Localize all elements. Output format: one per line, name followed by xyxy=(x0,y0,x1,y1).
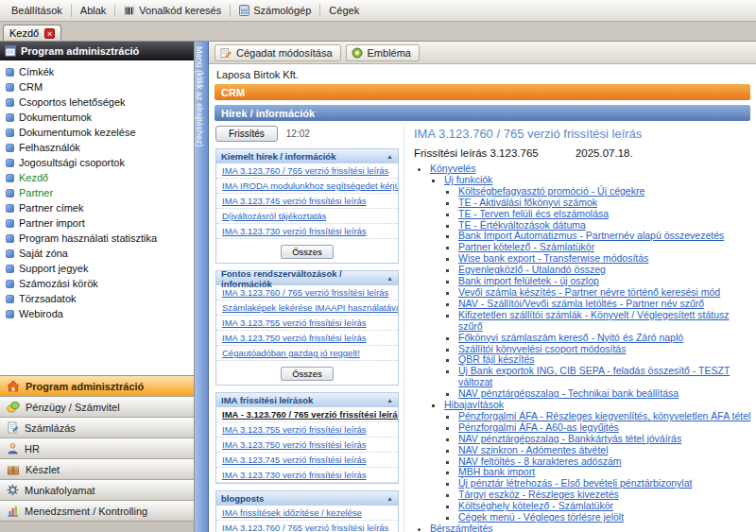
sidebar-item[interactable]: Dokumentumok kezelése xyxy=(2,125,192,140)
article-link[interactable]: MBH bank import xyxy=(458,466,535,477)
nav-panel-program-administration[interactable]: Program adminisztráció xyxy=(0,376,194,397)
menubar-separator xyxy=(319,4,320,17)
sidebar-item[interactable]: Webiroda xyxy=(2,306,192,321)
sidebar-item[interactable]: Support jegyek xyxy=(2,261,192,276)
sidebar-menu: CímkékCRMCsoportos lehetőségekDokumentum… xyxy=(0,60,194,375)
nav-panel-stock[interactable]: Készlet xyxy=(0,459,194,480)
menubar-item-settings[interactable]: Beállítások xyxy=(4,3,70,18)
article-link[interactable]: QBR fájl készítés xyxy=(458,353,535,365)
panel-header[interactable]: Fontos rendszerváltozások / információk▲ xyxy=(216,271,398,285)
article-link[interactable]: Hibajavítások xyxy=(444,399,504,410)
article-link[interactable]: Új funkciók xyxy=(444,174,492,185)
nav-panel-invoicing[interactable]: Számlázás xyxy=(0,418,194,438)
panel-link[interactable]: Számlaképek lekérése IMAAPI használatáva… xyxy=(216,300,398,316)
panel-link[interactable]: IMA 3.123.755 verzió frissítési leírás xyxy=(216,316,398,331)
panel-link[interactable]: IMA 3.123.760 / 765 verzió frissítési le… xyxy=(216,285,398,300)
panel-link[interactable]: IMA 3.123.730 verzió frissítési leírás xyxy=(216,224,398,239)
refresh-button[interactable]: Frissítés xyxy=(215,126,278,142)
sidebar: Program adminisztráció CímkékCRMCsoporto… xyxy=(0,42,195,532)
panel-link[interactable]: IMA 3.123.745 verzió frissítési leírás xyxy=(216,194,398,209)
sidebar-item[interactable]: Számozási körök xyxy=(2,276,192,291)
article-link[interactable]: Pénzforgalmi ÁFA - Részleges kiegyenlíté… xyxy=(458,410,750,421)
sidebar-item[interactable]: Kezdő xyxy=(2,170,192,185)
panel-link[interactable]: IMA 3.123.745 verzió frissítési leírás xyxy=(216,453,398,468)
article-item: Új Bank exportok ING, CIB SEPA - feladás… xyxy=(458,366,752,388)
panel-link[interactable]: IMA 3.123.755 verzió frissítési leírás xyxy=(216,422,398,438)
bullet-icon xyxy=(6,83,14,92)
sidebar-item[interactable]: CRM xyxy=(2,79,192,94)
management-icon xyxy=(7,505,19,517)
collapse-arrow-icon: ▲ xyxy=(387,397,393,403)
panel-link[interactable]: IMA 3.123.750 verzió frissítési leírás xyxy=(216,438,398,453)
article-link[interactable]: Főkönyvi számlaszám kereső - Nyitó és Zá… xyxy=(458,332,683,343)
menubar-item-calculator[interactable]: Számológép xyxy=(232,3,318,18)
panel-footer: Összes xyxy=(216,361,398,385)
panel-link[interactable]: IMA 3.123.760 / 765 verzió frissítési le… xyxy=(216,521,398,532)
sidebar-item[interactable]: Saját zóna xyxy=(2,246,192,261)
article-link[interactable]: TE - Aktiválási főkönyvi számok xyxy=(458,197,597,208)
panel-header[interactable]: IMA frissítési leírások▲ xyxy=(216,393,398,407)
panel-header[interactable]: Kiemelt hírek / információk▲ xyxy=(216,149,398,163)
edit-company-data-button[interactable]: Cégadat módosítása xyxy=(215,44,341,61)
panel-link[interactable]: Díjváltozásról tájékoztatás xyxy=(216,209,398,224)
panel-link[interactable]: IMA 3.123.730 verzió frissítési leírás xyxy=(216,468,398,483)
panel-header[interactable]: blogposts▲ xyxy=(216,491,398,506)
article-link[interactable]: Partner kötelező - Számlatükör xyxy=(458,241,594,252)
article-link[interactable]: Tárgyi eszköz - Részleges kivezetés xyxy=(458,489,619,500)
sidebar-item[interactable]: Jogosultsági csoportok xyxy=(2,155,192,170)
sidebar-item[interactable]: Partner import xyxy=(2,215,192,231)
panel-link[interactable]: IMA 3.123.760 / 765 verzió frissítési le… xyxy=(216,163,398,179)
article-link[interactable]: Új Bank exportok ING, CIB SEPA - feladás… xyxy=(458,365,730,387)
bullet-icon xyxy=(6,174,14,182)
tab-close-icon[interactable]: × xyxy=(44,28,55,39)
panel-link[interactable]: Cégautóadóban gazdag jó reggelt! xyxy=(216,346,398,361)
panel-link[interactable]: IMA IRODA modulunkhoz segítségedet kérjü… xyxy=(216,179,398,194)
sidebar-item[interactable]: Dokumentumok xyxy=(2,110,192,125)
sidebar-item[interactable]: Törzsadatok xyxy=(2,291,192,306)
nav-panel-workflow[interactable]: Munkafolyamat xyxy=(0,480,194,501)
article-link[interactable]: Szállítói könyvelési csoport módosítás xyxy=(458,343,626,354)
menubar-item-companies[interactable]: Cégek xyxy=(321,3,367,18)
menubar-item-barcode-search[interactable]: Vonalkód keresés xyxy=(116,3,229,18)
article-link[interactable]: Pénzforgalmi ÁFA - A60-as legyűjtés xyxy=(458,421,619,433)
nav-panel-finance-accounting[interactable]: Pénzügy / Számvitel xyxy=(0,397,194,418)
crm-section-bar[interactable]: CRM xyxy=(215,84,750,100)
article-link[interactable]: Wise bank export - Transferwise módosítá… xyxy=(458,252,648,264)
sidebar-item[interactable]: Felhasználók xyxy=(2,140,192,155)
sidebar-item[interactable]: Csoportos lehetőségek xyxy=(2,94,192,110)
sidebar-item[interactable]: Program használati statisztika xyxy=(2,231,192,246)
article-link[interactable]: NAV szinkron - Adómentes átvétel xyxy=(458,444,609,455)
emblem-button[interactable]: Embléma xyxy=(346,44,420,61)
article-link[interactable]: Bérszámfejtés xyxy=(430,523,493,532)
menu-collapse-strip[interactable]: Menü (klikk az elrejtéshez) xyxy=(195,42,209,532)
panel-link[interactable]: IMA 3.123.750 verzió frissítési leírás xyxy=(216,331,398,346)
article-link[interactable]: Kifizetetlen szállítói számlák - Könyvel… xyxy=(458,309,730,332)
tab-kezdo[interactable]: Kezdő × xyxy=(3,25,61,41)
sidebar-item[interactable]: Címkék xyxy=(2,64,192,79)
article-link[interactable]: NAV pénztárgépszalag - Bankkártyás tétel… xyxy=(458,433,681,444)
article-link[interactable]: TE - Értékváltozások dátuma xyxy=(458,219,586,231)
nav-panel-management-controlling[interactable]: Menedzsment / Kontrolling xyxy=(0,501,194,522)
article-link[interactable]: Vevői számla készítés - Partner névre tö… xyxy=(458,286,720,298)
article-link[interactable]: Bank Import Automatizmus - Partnernév al… xyxy=(458,230,724,241)
article-link[interactable]: Költségbefagyasztó promóció - Új cégekre xyxy=(458,185,644,197)
article-link[interactable]: Bank import felületek - új oszlop xyxy=(458,275,599,286)
article-link[interactable]: Új pénztár létrehozás - Első bevételi pé… xyxy=(458,477,692,489)
article-link[interactable]: NAV feltöltés - 8 karakteres adószám xyxy=(458,455,622,467)
news-section-bar[interactable]: Hírek / információk xyxy=(215,105,750,121)
article-link[interactable]: Cégek menü - Végleges törlésre jelölt xyxy=(458,511,624,523)
all-button[interactable]: Összes xyxy=(281,367,334,381)
panel-link[interactable]: IMA - 3.123.760 / 765 verzió frissítési … xyxy=(216,407,398,422)
panel-link[interactable]: IMA frissítések időzítése / kezelése xyxy=(216,506,398,521)
article-link[interactable]: Egyenlegközlő - Utalandó összeg xyxy=(458,264,606,275)
all-button[interactable]: Összes xyxy=(281,245,334,259)
menubar-item-window[interactable]: Ablak xyxy=(73,3,114,18)
nav-panel-hr[interactable]: HR xyxy=(0,438,194,459)
article-link[interactable]: TE - Terven felüli écs elszámolása xyxy=(458,208,609,219)
article-link[interactable]: Költséghely kötelező - Számlatükör xyxy=(458,500,613,511)
sidebar-item[interactable]: Partner címek xyxy=(2,200,192,215)
sidebar-item[interactable]: Partner xyxy=(2,185,192,200)
article-link[interactable]: Könyvelés xyxy=(430,163,475,174)
article-link[interactable]: NAV - Szállítói/Vevői számla letöltés - … xyxy=(458,298,704,309)
article-link[interactable]: NAV pénztárgépszalag - Technikai bank be… xyxy=(458,387,679,399)
